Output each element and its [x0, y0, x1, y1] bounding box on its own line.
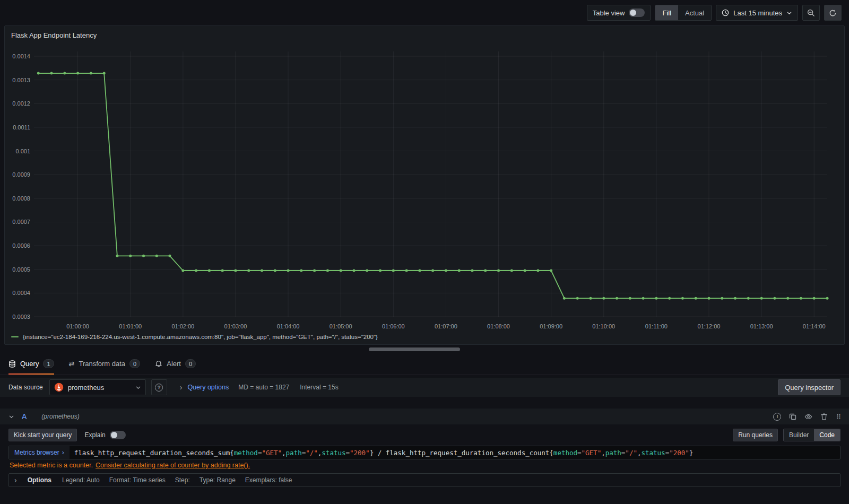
- run-queries-button[interactable]: Run queries: [733, 429, 778, 441]
- legend-item[interactable]: {instance="ec2-184-169-216-224.us-west-1…: [11, 334, 378, 340]
- editor-topbar: Table view Fill Actual Last 15 minutes: [0, 0, 849, 25]
- transform-icon: ⇄: [69, 360, 75, 368]
- zoom-out-icon: [807, 9, 815, 17]
- svg-text:01:05:00: 01:05:00: [330, 323, 352, 329]
- fill-button[interactable]: Fill: [655, 5, 678, 20]
- svg-text:01:10:00: 01:10:00: [592, 323, 615, 329]
- hide-response-eye-icon[interactable]: [804, 413, 812, 421]
- query-options-toggle[interactable]: Query options: [187, 384, 229, 391]
- query-row-header[interactable]: A (prometheus) ! ⠿: [0, 409, 849, 424]
- query-editor-field: Metrics browser › flask_http_request_dur…: [8, 446, 841, 459]
- chevron-right-icon: ›: [14, 476, 17, 484]
- svg-text:0.0003: 0.0003: [12, 314, 30, 320]
- table-view-toggle-group[interactable]: Table view: [587, 5, 651, 21]
- zoom-out-button[interactable]: [802, 5, 820, 21]
- refresh-button[interactable]: [824, 5, 842, 21]
- svg-text:01:04:00: 01:04:00: [277, 323, 300, 329]
- remove-query-trash-icon[interactable]: [820, 413, 828, 420]
- chevron-down-icon: [135, 385, 141, 390]
- tab-transform-data[interactable]: ⇄ Transform data 0: [69, 353, 141, 375]
- options-exemplars: Exemplars: false: [245, 476, 292, 484]
- query-ref-id: A: [22, 412, 27, 421]
- svg-text:0.0009: 0.0009: [12, 171, 30, 178]
- time-range-picker[interactable]: Last 15 minutes: [716, 5, 798, 21]
- datasource-toolbar: Data source prometheus ? › Query options…: [0, 378, 849, 397]
- options-format: Format: Time series: [109, 476, 166, 484]
- svg-text:0.001: 0.001: [15, 148, 30, 154]
- table-view-switch[interactable]: [629, 8, 645, 17]
- chevron-down-icon: [786, 10, 792, 16]
- svg-text:01:03:00: 01:03:00: [224, 323, 247, 329]
- tab-transform-label: Transform data: [79, 360, 125, 368]
- drag-handle-icon[interactable]: ⠿: [836, 413, 841, 421]
- svg-text:01:02:00: 01:02:00: [171, 323, 194, 329]
- svg-text:0.0014: 0.0014: [12, 53, 30, 59]
- svg-text:0.0013: 0.0013: [12, 77, 30, 83]
- transform-count-badge: 0: [129, 359, 140, 368]
- clock-icon: [722, 9, 729, 16]
- query-options-summary[interactable]: › Options Legend: Auto Format: Time seri…: [8, 473, 841, 487]
- kick-start-query-button[interactable]: Kick start your query: [8, 429, 77, 441]
- editor-tabs: Query 1 ⇄ Transform data 0 Alert 0: [0, 353, 849, 375]
- svg-text:01:14:00: 01:14:00: [803, 323, 826, 329]
- datasource-selected-value: prometheus: [68, 384, 105, 392]
- horizontal-scrollbar[interactable]: [369, 347, 460, 351]
- datasource-help-button[interactable]: ?: [151, 379, 167, 395]
- metrics-browser-toggle[interactable]: Metrics browser ›: [9, 446, 70, 459]
- query-info-icon[interactable]: !: [773, 413, 781, 421]
- builder-code-group: Builder Code: [783, 429, 841, 441]
- svg-text:01:08:00: 01:08:00: [487, 323, 510, 329]
- tab-alert[interactable]: Alert 0: [155, 353, 196, 375]
- collapse-chevron-icon[interactable]: [8, 414, 14, 420]
- options-legend: Legend: Auto: [62, 476, 100, 484]
- svg-text:0.0012: 0.0012: [12, 100, 30, 107]
- add-rate-link[interactable]: Consider calculating rate of counter by …: [96, 462, 250, 469]
- svg-text:01:09:00: 01:09:00: [540, 323, 562, 329]
- duplicate-query-icon[interactable]: [789, 413, 796, 420]
- code-mode-button[interactable]: Code: [814, 429, 840, 441]
- counter-warning: Selected metric is a counter. Consider c…: [10, 462, 250, 469]
- tab-query[interactable]: Query 1: [8, 353, 54, 375]
- svg-text:0.0005: 0.0005: [12, 266, 30, 273]
- svg-text:0.0011: 0.0011: [13, 124, 30, 131]
- options-title: Options: [28, 476, 51, 484]
- options-step: Step:: [175, 476, 190, 484]
- explain-switch[interactable]: [110, 431, 126, 439]
- datasource-label: Data source: [8, 384, 43, 391]
- svg-text:0.0008: 0.0008: [12, 195, 30, 202]
- query-inspector-button[interactable]: Query inspector: [778, 379, 841, 395]
- svg-text:01:06:00: 01:06:00: [382, 323, 405, 329]
- refresh-icon: [829, 9, 837, 17]
- svg-text:01:12:00: 01:12:00: [698, 323, 721, 329]
- warning-text: Selected metric is a counter.: [10, 462, 93, 469]
- svg-text:01:00:00: 01:00:00: [66, 323, 89, 329]
- alert-count-badge: 0: [185, 359, 196, 368]
- svg-text:01:13:00: 01:13:00: [750, 323, 773, 329]
- chevron-right-icon: ›: [180, 384, 183, 391]
- builder-mode-button[interactable]: Builder: [784, 429, 814, 441]
- timeseries-panel: Flask App Endpoint Latency 01:00:0001:01…: [4, 25, 845, 345]
- database-icon: [8, 360, 16, 368]
- query-tools-row: Kick start your query Explain Run querie…: [8, 429, 841, 441]
- fill-actual-group: Fill Actual: [655, 5, 712, 21]
- max-datapoints-summary: MD = auto = 1827: [238, 384, 289, 391]
- svg-text:0.0004: 0.0004: [12, 290, 30, 296]
- actual-button[interactable]: Actual: [678, 5, 711, 20]
- svg-text:01:01:00: 01:01:00: [119, 323, 142, 329]
- explain-label: Explain: [84, 431, 105, 439]
- table-view-label: Table view: [593, 9, 625, 17]
- metrics-browser-label: Metrics browser: [14, 449, 59, 456]
- legend-swatch: [11, 336, 19, 338]
- datasource-select[interactable]: prometheus: [49, 379, 146, 395]
- bell-icon: [155, 360, 162, 368]
- legend-label: {instance="ec2-184-169-216-224.us-west-1…: [23, 334, 378, 340]
- query-expression[interactable]: flask_http_request_duration_seconds_sum{…: [70, 446, 698, 459]
- svg-text:0.0006: 0.0006: [12, 242, 30, 249]
- latency-chart[interactable]: 01:00:0001:01:0001:02:0001:03:0001:04:00…: [5, 45, 845, 332]
- query-datasource-hint: (prometheus): [41, 413, 79, 420]
- tab-alert-label: Alert: [167, 360, 181, 368]
- svg-text:01:07:00: 01:07:00: [435, 323, 457, 329]
- options-type: Type: Range: [200, 476, 236, 484]
- prometheus-logo-icon: [54, 383, 64, 392]
- panel-title: Flask App Endpoint Latency: [11, 31, 97, 39]
